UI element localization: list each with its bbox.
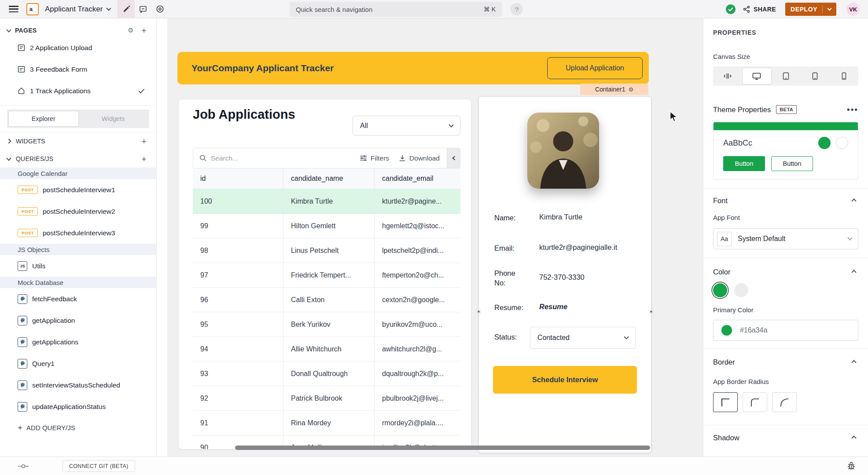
app-title-chevron-down-icon[interactable] [107,6,111,11]
query-label: setInterviewStatusScheduled [32,381,120,389]
table-row[interactable]: 100Kimbra Turtlekturtle2r@pagine... [193,189,460,214]
edit-mode-button[interactable] [118,0,135,18]
radius-medium-button[interactable] [743,392,767,412]
sidebar-item-page-track-applications[interactable]: 1 Track Applications [0,80,156,102]
shadow-collapse-chevron-up-icon[interactable] [851,435,856,440]
resize-handle-right[interactable] [649,310,653,314]
share-button[interactable]: SHARE [743,0,776,18]
column-header-candidate-name[interactable]: candidate_name [283,168,375,189]
column-header-candidate-email[interactable]: candidate_email [375,168,460,189]
background-color-swatch[interactable] [734,283,748,297]
resume-link[interactable]: Resume [539,303,567,312]
debug-bug-icon[interactable] [847,462,856,471]
tab-explorer[interactable]: Explorer [8,111,79,127]
font-section-header[interactable]: Font [713,197,858,205]
canvas-size-tablet-large-button[interactable] [772,66,801,86]
table-row[interactable]: 93Donall Qualtroughdqualtrough2k@p... [193,362,460,386]
widgets-section-header[interactable]: WIDGETS + [0,132,156,150]
deploy-chevron-down-icon[interactable] [828,7,832,11]
group-js-objects[interactable]: JS Objects [0,244,156,255]
quick-search-bar[interactable]: ⌘ K [290,2,502,17]
color-collapse-chevron-up-icon[interactable] [851,270,856,274]
avatar[interactable]: VK [846,3,860,16]
table-row[interactable]: 97Friedrick Tempert...ftemperton2o@ch... [193,263,460,288]
table-search-input[interactable] [211,154,299,162]
add-query-button[interactable]: + [140,154,148,163]
sidebar-item-page-feedback-form[interactable]: 3 Feeedback Form [0,58,156,80]
horizontal-scrollbar[interactable] [235,446,650,450]
add-widget-button[interactable]: + [140,137,148,146]
preview-mode-button[interactable] [151,0,168,18]
pages-settings-gear-icon[interactable]: ⚙ [126,26,135,35]
help-button[interactable]: ? [511,3,523,15]
shadow-section-header[interactable]: Shadow [713,434,858,442]
deploy-button[interactable]: DEPLOY [785,3,836,16]
connect-git-button[interactable]: CONNECT GIT (BETA) [63,460,135,472]
app-title[interactable]: Applicant Tracker [45,5,103,14]
filters-button[interactable]: Filters [360,154,389,162]
table-row[interactable]: 99Hilton Gemletthgemlett2q@istoc... [193,214,460,238]
queries-section-header[interactable]: QUERIES/JS + [0,150,156,168]
radius-large-button[interactable] [772,392,797,412]
table-row[interactable]: 92Patrick Bulbrookpbulbrook2j@livej... [193,386,460,411]
canvas-size-desktop-button[interactable] [742,68,772,84]
sidebar-item-query[interactable]: fetchFeedback [0,288,156,310]
add-page-button[interactable]: + [140,26,148,35]
status-select[interactable]: Contacted [530,327,636,349]
container-settings-gear-icon[interactable]: ⚙ [628,86,633,93]
group-mock-database[interactable]: Mock Database [0,277,156,288]
theme-more-menu-button[interactable]: ••• [847,107,858,112]
status-filter-select[interactable]: All [353,116,460,135]
sidebar-item-query[interactable]: Query1 [0,353,156,374]
sidebar-item-query[interactable]: setInterviewStatusScheduled [0,374,156,396]
primary-color-swatch[interactable] [713,283,727,297]
table-row[interactable]: 95Berk Yurikovbyurikov2m@uco... [193,312,460,337]
tab-widgets[interactable]: Widgets [79,111,148,127]
canvas-size-mobile-button[interactable] [829,66,858,86]
queries-chevron-down-icon[interactable] [6,156,11,161]
table-row[interactable]: 96Calli Extoncexton2n@google... [193,288,460,312]
collapse-pane-button[interactable] [447,148,460,168]
font-collapse-chevron-up-icon[interactable] [851,198,856,203]
email-link[interactable]: kturtle2r@paginegialle.it [539,243,617,253]
canvas-size-fluid-button[interactable] [713,66,742,86]
theme-preview-card[interactable]: AaBbCc Button Button [713,122,858,179]
app-header-widget[interactable]: YourCompany Applicant Tracker Upload App… [177,52,649,84]
column-header-id[interactable]: id [193,168,283,189]
table-row[interactable]: 98Linus Petscheltlpetschelt2p@indi... [193,238,460,263]
sidebar-item-query[interactable]: POST postScheduleInterview2 [0,201,156,222]
download-button[interactable]: Download [399,154,440,162]
hamburger-menu-icon[interactable] [9,6,18,12]
pages-chevron-down-icon[interactable] [6,27,11,32]
cell-id: 98 [193,238,283,263]
add-query-js-button[interactable]: + ADD QUERY/JS [0,417,156,438]
sidebar-item-js-object[interactable]: JS Utils [0,255,156,277]
sidebar-item-query[interactable]: POST postScheduleInterview3 [0,222,156,244]
quick-search-input[interactable] [296,6,484,13]
sidebar-item-query[interactable]: getApplications [0,331,156,353]
canvas-size-tablet-button[interactable] [801,66,830,86]
border-section-header[interactable]: Border [713,358,858,366]
table-row[interactable]: 94Allie Whitchurchawhitchurch2l@g... [193,337,460,362]
sidebar-item-query[interactable]: POST postScheduleInterview1 [0,179,156,201]
color-section-header[interactable]: Color [713,268,858,276]
deploy-label: DEPLOY [791,6,817,13]
pages-section-header[interactable]: PAGES ⚙ + [0,24,156,37]
sidebar-item-query[interactable]: getApplication [0,310,156,331]
resize-handle-left[interactable] [477,310,481,314]
upload-application-button[interactable]: Upload Application [547,57,643,79]
widgets-chevron-right-icon[interactable] [6,139,11,143]
primary-color-input[interactable]: #16a34a [713,320,858,341]
schedule-interview-button[interactable]: Schedule Interview [493,366,637,394]
container-selection-badge[interactable]: Container1 ⚙ [580,84,648,95]
border-collapse-chevron-up-icon[interactable] [851,360,856,365]
sidebar-item-query[interactable]: updateApplicationStatus [0,396,156,417]
app-font-select[interactable]: Aa System Default [713,228,858,249]
group-google-calendar[interactable]: Google Calendar [0,168,156,179]
comment-mode-button[interactable] [135,0,151,18]
sidebar-item-page-application-upload[interactable]: 2 Application Upload [0,37,156,58]
candidate-detail-container[interactable]: Name: Kimbra Turtle Email: kturtle2r@pag… [478,96,651,453]
table-row[interactable]: 91Rina Mordeyrmordey2i@plala.... [193,411,460,435]
app-font-label: App Font [713,214,858,221]
radius-none-button[interactable] [713,392,738,412]
